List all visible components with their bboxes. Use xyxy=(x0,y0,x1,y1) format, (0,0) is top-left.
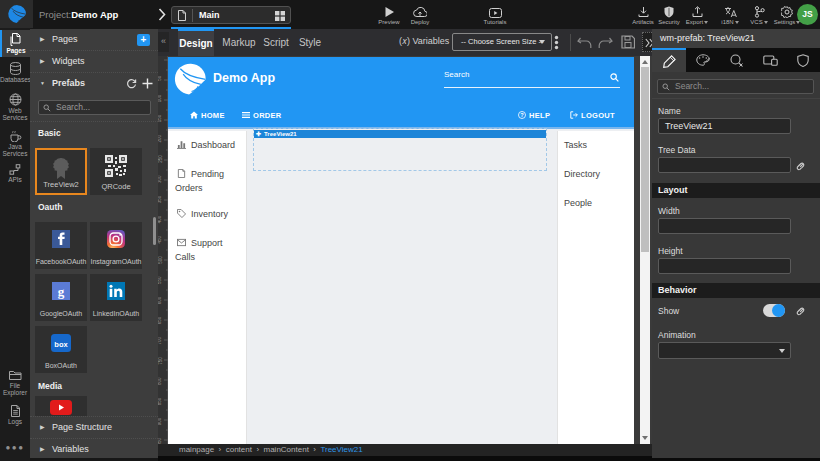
svg-text:200: 200 xyxy=(158,135,163,143)
svg-text:400: 400 xyxy=(158,215,163,223)
svg-text:100: 100 xyxy=(158,94,163,102)
svg-text:650: 650 xyxy=(158,316,163,324)
svg-text:550: 550 xyxy=(158,276,163,284)
svg-text:150: 150 xyxy=(158,114,163,122)
svg-text:250: 250 xyxy=(158,155,163,163)
svg-text:500: 500 xyxy=(158,256,163,264)
svg-text:700: 700 xyxy=(158,337,163,345)
svg-text:350: 350 xyxy=(158,195,163,203)
svg-text:300: 300 xyxy=(158,175,163,183)
svg-text:800: 800 xyxy=(158,377,163,385)
svg-text:750: 750 xyxy=(158,357,163,365)
svg-text:g: g xyxy=(58,284,65,299)
svg-text:?: ? xyxy=(520,112,524,118)
svg-text:50: 50 xyxy=(158,75,163,81)
svg-text:600: 600 xyxy=(158,296,163,304)
svg-text:850: 850 xyxy=(158,397,163,405)
svg-text:box: box xyxy=(54,340,68,349)
svg-text:450: 450 xyxy=(158,236,163,244)
svg-text:900: 900 xyxy=(158,417,163,425)
